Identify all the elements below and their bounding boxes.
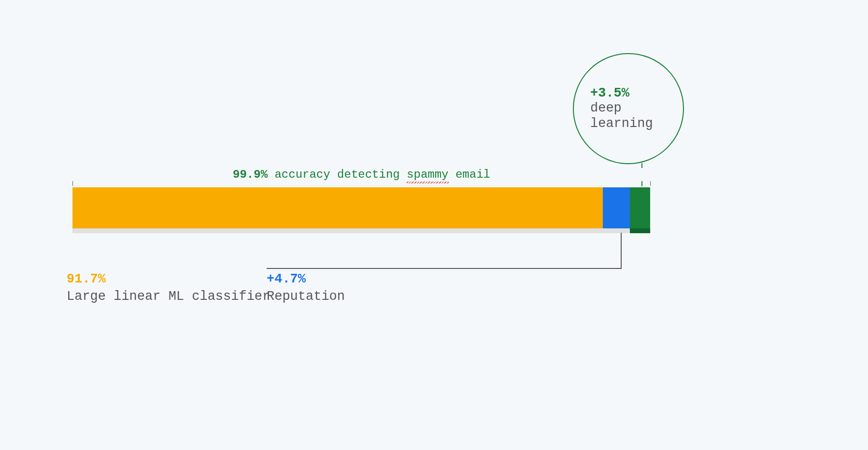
yellow-description: Large linear ML classifier (67, 288, 270, 305)
callout-connector-blue (621, 233, 622, 269)
callout-percentage: +3.5% (590, 86, 683, 100)
label-reputation: +4.7% Reputation (267, 270, 345, 306)
title-percentage: 99.9% (233, 168, 268, 181)
segment-deep-learning (630, 187, 650, 228)
callout-label-2: learning (590, 116, 683, 131)
stacked-bar-chart (72, 187, 651, 233)
segment-linear-classifier (72, 187, 603, 228)
bottom-connector-line (267, 268, 621, 269)
title-text-after: email (455, 168, 490, 181)
title-text-before: accuracy detecting (274, 168, 399, 181)
title-squiggle-word: spammy (407, 168, 448, 181)
blue-percentage: +4.7% (267, 270, 345, 288)
deep-learning-callout: +3.5% deep learning (573, 53, 684, 164)
callout-label-1: deep (590, 100, 683, 116)
chart-title: 99.9% accuracy detecting spammy email (72, 168, 651, 181)
blue-description: Reputation (267, 288, 345, 305)
bar-track (72, 187, 651, 233)
label-linear-classifier: 91.7% Large linear ML classifier (67, 270, 270, 306)
yellow-percentage: 91.7% (67, 270, 270, 288)
segment-reputation (603, 187, 630, 228)
